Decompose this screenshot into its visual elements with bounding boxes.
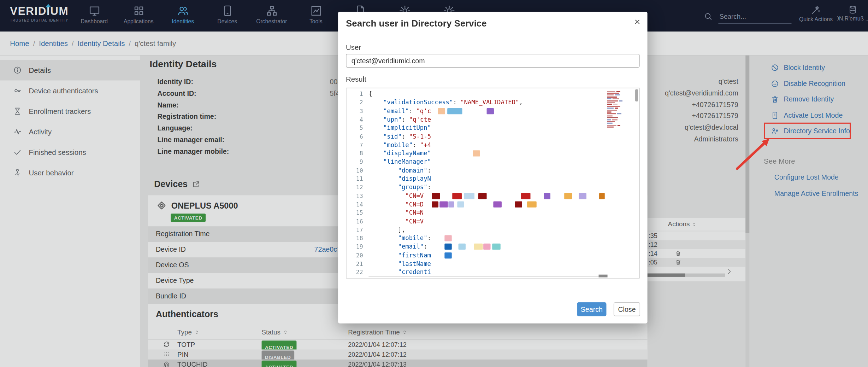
code-text: ], (368, 226, 405, 234)
result-label: Result (346, 75, 366, 83)
line-number: 15 (347, 209, 369, 217)
redaction-block (457, 201, 464, 207)
redaction-block (444, 252, 451, 258)
line-number: 8 (347, 149, 369, 158)
line-number: 22 (347, 268, 369, 276)
code-line: 17 ], (347, 226, 639, 234)
code-line: 1{ (347, 90, 639, 98)
code-line: 7 "mobile": "+4 (347, 141, 639, 149)
code-line: 4 "upn": "q'cte (347, 115, 639, 124)
redaction-block (579, 193, 586, 199)
line-number: 17 (347, 226, 369, 234)
line-number: 14 (347, 200, 369, 209)
line-number: 1 (347, 90, 369, 98)
redaction-block (447, 108, 462, 114)
code-text: { (368, 90, 372, 98)
code-line: 8 "displayName" (347, 149, 639, 158)
redaction-block (492, 244, 501, 250)
code-line: 12 "groups": (347, 183, 639, 192)
line-number: 5 (347, 124, 369, 132)
code-text: "domain": (368, 166, 431, 175)
close-button[interactable]: Close (614, 302, 640, 316)
editor-vertical-scrollbar[interactable] (635, 89, 638, 102)
search-button[interactable]: Search (577, 302, 606, 316)
code-text: "implicitUpn" (368, 124, 431, 132)
line-number: 11 (347, 175, 369, 183)
line-number: 4 (347, 115, 369, 124)
code-text: "mobile": "+4 (368, 141, 431, 149)
close-icon[interactable]: × (634, 16, 640, 28)
code-line: 11 "displayN (347, 175, 639, 183)
redaction-block (438, 108, 445, 114)
code-line: 22 "credenti (347, 268, 639, 276)
line-number: 20 (347, 251, 369, 260)
code-line: 16 "CN=V (347, 217, 639, 226)
redaction-block (521, 193, 531, 199)
code-text: "email": (368, 243, 427, 251)
redaction-block (444, 235, 451, 241)
redaction-block (464, 193, 474, 199)
redaction-block (493, 201, 502, 207)
redaction-block (483, 244, 490, 250)
redaction-block (459, 244, 466, 250)
redaction-block (474, 244, 483, 250)
code-line: 5 "implicitUpn" (347, 124, 639, 132)
editor-minimap (607, 91, 630, 128)
json-result-editor[interactable]: 1{2 "validationSuccess": "NAME_VALIDATED… (346, 88, 640, 279)
line-number: 12 (347, 183, 369, 192)
code-text: "lineManager" (368, 158, 431, 166)
annotation-arrow-icon (733, 134, 777, 172)
editor-horizontal-track (368, 276, 606, 277)
code-line: 2 "validationSuccess": "NAME_VALIDATED", (347, 98, 639, 107)
redaction-block (487, 108, 494, 114)
code-text: "CN=N (368, 209, 424, 217)
line-number: 18 (347, 234, 369, 243)
code-line: 15 "CN=N (347, 209, 639, 217)
line-number: 2 (347, 98, 369, 107)
code-text: "displayN (368, 175, 431, 183)
code-line: 6 "sid": "S-1-5 (347, 132, 639, 141)
redaction-block (515, 201, 522, 207)
redaction-block (527, 201, 537, 207)
line-number: 19 (347, 243, 369, 251)
user-search-input[interactable] (346, 54, 640, 68)
line-number: 6 (347, 132, 369, 141)
redaction-block (452, 193, 462, 199)
redaction-block (444, 244, 451, 250)
redaction-block (544, 193, 550, 199)
redaction-block (473, 150, 480, 156)
directory-search-modal: Search user in Directory Service × User … (338, 12, 647, 324)
editor-horizontal-thumb[interactable] (598, 275, 607, 278)
redaction-block (599, 193, 605, 199)
veridium-admin-app: VERIDIUM TRUSTED DIGITAL IDENTITY Dashbo… (0, 0, 868, 367)
code-text: "mobile": (368, 234, 431, 243)
line-number: 16 (347, 217, 369, 226)
redaction-block (439, 201, 448, 207)
code-text: "lastName (368, 260, 431, 268)
code-text: "email": "q'c (368, 107, 431, 115)
code-text: "sid": "S-1-5 (368, 132, 431, 141)
redaction-block (432, 193, 440, 199)
line-number: 13 (347, 192, 369, 200)
line-number: 7 (347, 141, 369, 149)
code-text: "credenti (368, 268, 431, 276)
code-text: "CN=V (368, 217, 424, 226)
code-text: "CN=D (368, 200, 424, 209)
code-line: 13 "CN=V (347, 192, 639, 200)
code-line: 20 "firstNam (347, 251, 639, 260)
code-line: 14 "CN=D (347, 200, 639, 209)
redaction-block (432, 201, 438, 207)
code-text: "CN=V (368, 192, 424, 200)
code-text: "upn": "q'cte (368, 115, 431, 124)
code-text: "groups": (368, 183, 431, 192)
line-number: 9 (347, 158, 369, 166)
code-line: 10 "domain": (347, 166, 639, 175)
redaction-block (564, 193, 572, 199)
code-line: 21 "lastName (347, 260, 639, 268)
code-text: "firstNam (368, 251, 431, 260)
code-text: "validationSuccess": "NAME_VALIDATED", (368, 98, 522, 107)
code-line: 3 "email": "q'c (347, 107, 639, 115)
line-number: 10 (347, 166, 369, 175)
line-number: 3 (347, 107, 369, 115)
redaction-block (448, 201, 454, 207)
